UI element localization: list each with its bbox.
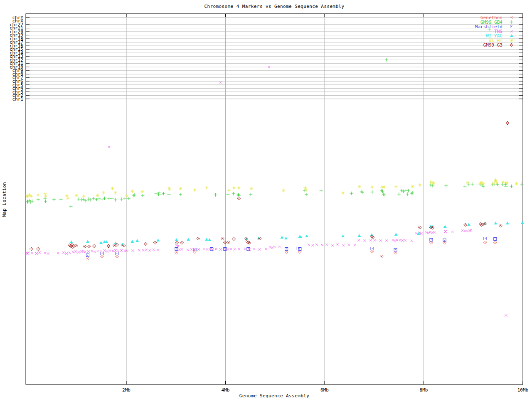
point-gm99_gb4 xyxy=(404,189,408,192)
point-tng xyxy=(206,248,208,251)
point-gm99_gb4 xyxy=(30,200,34,203)
point-tng xyxy=(347,244,350,246)
point-gm99_gb4 xyxy=(110,197,113,200)
point-gm99_g3-dot xyxy=(177,242,177,243)
point-tng xyxy=(373,239,376,241)
point-gm99_gb4 xyxy=(101,197,104,201)
point-tng xyxy=(100,250,102,253)
point-tng xyxy=(401,239,404,242)
point-wi_yac xyxy=(131,240,134,243)
point-wi_yac xyxy=(494,222,497,224)
point-gm99_gb4 xyxy=(385,58,388,62)
point-gm99_gb4 xyxy=(350,192,353,195)
point-gm99_gb4 xyxy=(370,190,374,194)
point-wi_rh xyxy=(250,187,253,190)
point-tng xyxy=(65,252,68,255)
point-gm99_gb4 xyxy=(26,200,29,203)
point-tng xyxy=(342,244,345,246)
point-tng xyxy=(69,251,71,254)
point-gm99_g3-dot xyxy=(249,242,250,243)
point-gm99_g3-dot xyxy=(155,242,155,243)
point-tng xyxy=(470,229,472,232)
legend-label-gm99_g3: GM99 G3 xyxy=(483,42,502,48)
point-tng xyxy=(369,239,372,241)
point-wi_rh xyxy=(227,189,231,192)
point-tng xyxy=(404,239,406,241)
point-gm99_gb4 xyxy=(407,189,410,192)
point-gm99_gb4 xyxy=(103,197,106,200)
point-tng xyxy=(331,244,334,246)
point-wi_rh xyxy=(341,191,345,195)
point-gm99_gb4 xyxy=(133,193,136,197)
point-gm99_gb4 xyxy=(402,190,405,193)
point-wi_rh xyxy=(168,187,171,191)
point-tng xyxy=(354,244,356,246)
point-tng xyxy=(315,244,318,246)
point-gm99_g3-dot xyxy=(372,237,373,238)
point-tng xyxy=(57,252,59,254)
point-marshfield-dot xyxy=(300,249,300,249)
point-gm99_g3-dot xyxy=(500,225,501,226)
point-gm99_gb4 xyxy=(59,198,63,201)
point-tng xyxy=(311,244,314,246)
point-marshfield-dot xyxy=(395,249,396,250)
point-gm99_gb4 xyxy=(92,197,95,200)
point-tng xyxy=(444,230,447,233)
point-wi_rh xyxy=(125,194,128,197)
point-wi_yac xyxy=(443,225,447,228)
point-gm99_g3-dot xyxy=(419,227,420,228)
point-gm99_gb4 xyxy=(77,197,81,201)
chart-page: Chromosome 4 Markers vs Genome Sequence … xyxy=(0,0,532,399)
point-tng xyxy=(399,239,401,241)
point-tng xyxy=(468,229,471,232)
point-genethon-dot xyxy=(87,258,88,259)
point-wi_rh xyxy=(382,185,386,189)
legend-marker-wi_yac xyxy=(510,34,513,37)
point-wi_rh xyxy=(394,185,398,188)
x-tick-label-6Mb: 6Mb xyxy=(320,387,329,393)
point-wi_rh xyxy=(82,195,85,198)
point-wi_yac xyxy=(357,234,361,237)
point-gm99_gb4 xyxy=(429,183,432,187)
point-wi_rh xyxy=(114,191,117,195)
point-gm99_gb4 xyxy=(120,197,123,201)
point-gm99_gb4 xyxy=(411,191,414,195)
point-gm99_gb4 xyxy=(214,193,217,197)
point-gm99_gb4 xyxy=(237,193,240,196)
point-gm99_gb4 xyxy=(382,193,386,197)
point-wi_yac xyxy=(284,236,288,239)
point-gm99_gb4 xyxy=(107,197,111,200)
point-tng xyxy=(379,239,382,242)
point-gm99_g3-dot xyxy=(117,244,118,245)
point-gm99_g3-dot xyxy=(234,239,234,239)
point-wi_rh xyxy=(37,193,40,197)
point-gm99_g3-dot xyxy=(38,249,39,249)
point-wi_yac xyxy=(208,238,211,241)
point-genethon-dot xyxy=(286,251,287,252)
point-wi_yac xyxy=(86,240,89,243)
point-wi_rh xyxy=(111,187,114,190)
x-tick-label-10Mb: 10Mb xyxy=(517,387,529,393)
point-wi_rh xyxy=(193,188,197,192)
point-marshfield-dot xyxy=(286,249,287,249)
point-tng xyxy=(181,248,183,251)
point-genethon-dot xyxy=(300,251,300,252)
point-gm99_gb4 xyxy=(43,197,47,200)
point-tng xyxy=(112,250,114,252)
point-tng xyxy=(308,244,310,246)
point-wi_yac xyxy=(280,236,283,239)
point-tng xyxy=(132,249,134,252)
point-tng xyxy=(357,239,360,241)
point-gm99_gb4 xyxy=(226,193,229,196)
point-gm99_gb4 xyxy=(114,198,117,202)
point-wi_rh xyxy=(282,189,285,192)
point-gm99_g3-dot xyxy=(71,244,72,245)
x-tick-label-8Mb: 8Mb xyxy=(420,387,428,393)
point-tng xyxy=(253,248,256,250)
point-tng xyxy=(114,249,117,252)
point-gm99_gb4 xyxy=(249,193,252,196)
point-wi_yac xyxy=(99,241,103,244)
point-wi_rh xyxy=(232,186,236,190)
point-tng xyxy=(325,244,328,246)
point-genethon-dot xyxy=(495,242,495,243)
